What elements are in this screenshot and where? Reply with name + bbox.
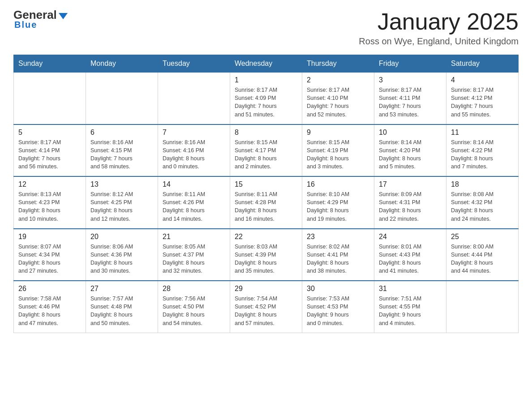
day-number: 7 (163, 128, 225, 137)
day-info: Sunrise: 7:54 AM Sunset: 4:52 PM Dayligh… (235, 295, 297, 327)
day-number: 10 (379, 128, 442, 137)
day-number: 2 (307, 76, 369, 84)
day-number: 9 (307, 128, 369, 137)
calendar-week-row: 19Sunrise: 8:07 AM Sunset: 4:34 PM Dayli… (14, 229, 519, 281)
day-number: 1 (235, 76, 297, 84)
calendar-day-cell: 25Sunrise: 8:00 AM Sunset: 4:44 PM Dayli… (446, 229, 519, 281)
day-number: 27 (90, 285, 153, 293)
calendar-day-cell: 4Sunrise: 8:17 AM Sunset: 4:12 PM Daylig… (446, 73, 519, 124)
col-sunday: Sunday (14, 55, 86, 73)
calendar-day-cell: 14Sunrise: 8:11 AM Sunset: 4:26 PM Dayli… (158, 176, 230, 229)
logo: General Blue (13, 9, 68, 30)
logo-triangle-icon (59, 13, 68, 19)
calendar-day-cell: 21Sunrise: 8:05 AM Sunset: 4:37 PM Dayli… (158, 229, 230, 281)
calendar-subtitle: Ross on Wye, England, United Kingdom (359, 36, 519, 47)
calendar-day-cell: 17Sunrise: 8:09 AM Sunset: 4:31 PM Dayli… (374, 176, 446, 229)
calendar-week-row: 1Sunrise: 8:17 AM Sunset: 4:09 PM Daylig… (14, 73, 519, 124)
day-number: 16 (307, 180, 369, 188)
day-number: 17 (379, 180, 442, 188)
day-number: 15 (235, 180, 297, 188)
calendar-title: January 2025 (359, 9, 519, 34)
calendar-day-cell: 9Sunrise: 8:15 AM Sunset: 4:19 PM Daylig… (302, 124, 374, 177)
day-info: Sunrise: 8:16 AM Sunset: 4:15 PM Dayligh… (90, 138, 153, 171)
day-info: Sunrise: 8:02 AM Sunset: 4:41 PM Dayligh… (307, 243, 369, 275)
col-wednesday: Wednesday (230, 55, 302, 73)
day-number: 3 (379, 76, 442, 84)
day-number: 5 (18, 128, 81, 137)
calendar-day-cell: 31Sunrise: 7:51 AM Sunset: 4:55 PM Dayli… (374, 281, 446, 333)
day-number: 26 (18, 285, 81, 293)
calendar-day-cell: 28Sunrise: 7:56 AM Sunset: 4:50 PM Dayli… (158, 281, 230, 333)
day-info: Sunrise: 8:12 AM Sunset: 4:25 PM Dayligh… (90, 190, 153, 223)
col-friday: Friday (374, 55, 446, 73)
day-number: 23 (307, 233, 369, 241)
day-number: 24 (379, 233, 442, 241)
day-info: Sunrise: 7:53 AM Sunset: 4:53 PM Dayligh… (307, 295, 369, 327)
day-info: Sunrise: 8:11 AM Sunset: 4:28 PM Dayligh… (235, 190, 297, 223)
calendar-week-row: 5Sunrise: 8:17 AM Sunset: 4:14 PM Daylig… (14, 124, 519, 177)
day-info: Sunrise: 8:05 AM Sunset: 4:37 PM Dayligh… (163, 243, 225, 275)
logo-general-text: General (13, 9, 57, 21)
calendar-day-cell: 13Sunrise: 8:12 AM Sunset: 4:25 PM Dayli… (86, 176, 158, 229)
day-info: Sunrise: 8:06 AM Sunset: 4:36 PM Dayligh… (90, 243, 153, 275)
calendar-day-cell: 10Sunrise: 8:14 AM Sunset: 4:20 PM Dayli… (374, 124, 446, 177)
calendar-day-cell: 30Sunrise: 7:53 AM Sunset: 4:53 PM Dayli… (302, 281, 374, 333)
day-info: Sunrise: 7:58 AM Sunset: 4:46 PM Dayligh… (18, 295, 81, 327)
day-number: 31 (379, 285, 442, 293)
day-number: 22 (235, 233, 297, 241)
calendar-day-cell: 19Sunrise: 8:07 AM Sunset: 4:34 PM Dayli… (14, 229, 86, 281)
calendar-day-cell: 26Sunrise: 7:58 AM Sunset: 4:46 PM Dayli… (14, 281, 86, 333)
day-info: Sunrise: 8:17 AM Sunset: 4:11 PM Dayligh… (379, 86, 442, 119)
col-tuesday: Tuesday (158, 55, 230, 73)
day-info: Sunrise: 8:10 AM Sunset: 4:29 PM Dayligh… (307, 190, 369, 223)
title-block: January 2025 Ross on Wye, England, Unite… (359, 9, 519, 47)
day-info: Sunrise: 8:00 AM Sunset: 4:44 PM Dayligh… (451, 243, 514, 275)
col-saturday: Saturday (446, 55, 519, 73)
calendar-day-cell (86, 73, 158, 124)
calendar-day-cell (446, 281, 519, 333)
col-monday: Monday (86, 55, 158, 73)
calendar-day-cell: 15Sunrise: 8:11 AM Sunset: 4:28 PM Dayli… (230, 176, 302, 229)
day-number: 6 (90, 128, 153, 137)
col-thursday: Thursday (302, 55, 374, 73)
day-info: Sunrise: 8:08 AM Sunset: 4:32 PM Dayligh… (451, 190, 514, 223)
day-number: 25 (451, 233, 514, 241)
day-info: Sunrise: 7:51 AM Sunset: 4:55 PM Dayligh… (379, 295, 442, 327)
calendar-day-cell: 20Sunrise: 8:06 AM Sunset: 4:36 PM Dayli… (86, 229, 158, 281)
calendar-day-cell: 5Sunrise: 8:17 AM Sunset: 4:14 PM Daylig… (14, 124, 86, 177)
day-info: Sunrise: 8:15 AM Sunset: 4:17 PM Dayligh… (235, 138, 297, 171)
day-number: 8 (235, 128, 297, 137)
page-header: General Blue January 2025 Ross on Wye, E… (13, 9, 519, 47)
day-info: Sunrise: 8:13 AM Sunset: 4:23 PM Dayligh… (18, 190, 81, 223)
day-info: Sunrise: 8:17 AM Sunset: 4:09 PM Dayligh… (235, 86, 297, 119)
day-info: Sunrise: 8:17 AM Sunset: 4:12 PM Dayligh… (451, 86, 514, 119)
day-info: Sunrise: 8:01 AM Sunset: 4:43 PM Dayligh… (379, 243, 442, 275)
day-number: 14 (163, 180, 225, 188)
day-number: 20 (90, 233, 153, 241)
day-info: Sunrise: 7:56 AM Sunset: 4:50 PM Dayligh… (163, 295, 225, 327)
day-number: 4 (451, 76, 514, 84)
calendar-day-cell: 1Sunrise: 8:17 AM Sunset: 4:09 PM Daylig… (230, 73, 302, 124)
day-number: 21 (163, 233, 225, 241)
calendar-header-row: Sunday Monday Tuesday Wednesday Thursday… (14, 55, 519, 73)
day-number: 19 (18, 233, 81, 241)
day-number: 12 (18, 180, 81, 188)
day-info: Sunrise: 8:09 AM Sunset: 4:31 PM Dayligh… (379, 190, 442, 223)
calendar-day-cell: 18Sunrise: 8:08 AM Sunset: 4:32 PM Dayli… (446, 176, 519, 229)
calendar-day-cell: 23Sunrise: 8:02 AM Sunset: 4:41 PM Dayli… (302, 229, 374, 281)
calendar-day-cell: 16Sunrise: 8:10 AM Sunset: 4:29 PM Dayli… (302, 176, 374, 229)
day-info: Sunrise: 8:14 AM Sunset: 4:20 PM Dayligh… (379, 138, 442, 171)
calendar-week-row: 26Sunrise: 7:58 AM Sunset: 4:46 PM Dayli… (14, 281, 519, 333)
calendar-day-cell: 3Sunrise: 8:17 AM Sunset: 4:11 PM Daylig… (374, 73, 446, 124)
day-info: Sunrise: 8:11 AM Sunset: 4:26 PM Dayligh… (163, 190, 225, 223)
calendar-day-cell: 22Sunrise: 8:03 AM Sunset: 4:39 PM Dayli… (230, 229, 302, 281)
logo-blue-text: Blue (14, 20, 37, 30)
day-info: Sunrise: 8:16 AM Sunset: 4:16 PM Dayligh… (163, 138, 225, 171)
day-info: Sunrise: 8:15 AM Sunset: 4:19 PM Dayligh… (307, 138, 369, 171)
day-info: Sunrise: 8:03 AM Sunset: 4:39 PM Dayligh… (235, 243, 297, 275)
day-info: Sunrise: 8:07 AM Sunset: 4:34 PM Dayligh… (18, 243, 81, 275)
day-number: 30 (307, 285, 369, 293)
day-number: 18 (451, 180, 514, 188)
calendar-week-row: 12Sunrise: 8:13 AM Sunset: 4:23 PM Dayli… (14, 176, 519, 229)
day-info: Sunrise: 8:17 AM Sunset: 4:10 PM Dayligh… (307, 86, 369, 119)
